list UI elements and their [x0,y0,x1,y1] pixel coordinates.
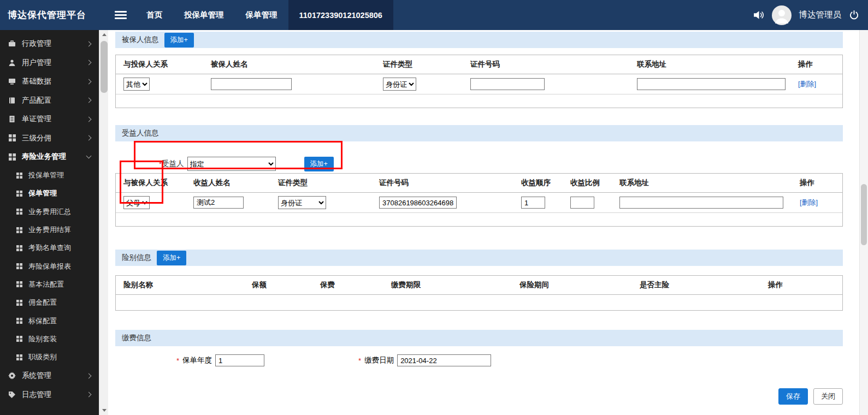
chevron-right-icon [86,135,92,141]
sidebar-item-admin[interactable]: 行政管理 [0,34,99,54]
beneficiary-type-select[interactable]: 指定 [187,157,276,171]
main-scrollbar[interactable] [859,30,868,415]
sidebar-subitem-expense-settlement[interactable]: 业务费用结算 [0,221,99,239]
sidebar-subitem-basic-law-config[interactable]: 基本法配置 [0,275,99,293]
beneficiary-idtype-select[interactable]: 身份证 [278,196,326,209]
beneficiary-address-input[interactable] [619,197,783,209]
save-button[interactable]: 保存 [778,388,808,405]
sidebar-item-life-insurance-mgmt[interactable]: 寿险业务管理 [0,147,99,167]
power-icon[interactable] [849,10,859,20]
column-header: 保费 [312,276,383,294]
column-header: 保险期间 [512,276,632,294]
grid-icon [14,263,24,269]
beneficiary-order-input[interactable] [521,197,545,209]
insured-delete-link[interactable]: [删除] [798,80,816,88]
sidebar-subitem-standard-premium-config[interactable]: 标保配置 [0,312,99,330]
sidebar-item-label: 行政管理 [22,39,87,49]
scroll-down-icon[interactable] [99,406,109,415]
sidebar-item-base-data[interactable]: 基础数据 [0,72,99,91]
column-header: 是否主险 [632,276,760,294]
chevron-right-icon [86,98,92,103]
main-scrollbar-thumb[interactable] [861,184,867,245]
monitor-icon [7,78,17,85]
sidebar-subitem-policy-report[interactable]: 寿险保单报表 [0,257,99,275]
column-header: 联系地址 [612,174,792,192]
payment-section-title: 缴费信息 [122,333,151,343]
insured-relation-select[interactable]: 其他 [123,78,150,91]
grid-icon [14,300,24,306]
grid-icon [14,209,24,215]
sidebar-subitem-application-mgmt[interactable]: 投保单管理 [0,167,99,185]
app-title: 博达保代管理平台 [0,9,107,21]
sidebar-subitem-label: 基本法配置 [28,280,64,289]
sidebar-subitem-policy-mgmt[interactable]: 保单管理 [0,185,99,203]
insured-idnumber-input[interactable] [470,78,545,90]
column-header: 证件类型 [375,55,463,74]
sidebar-scrollbar[interactable] [99,30,108,415]
insured-add-button[interactable]: 添加+ [164,33,194,48]
beneficiary-name-input[interactable] [193,197,244,209]
user-icon [7,59,17,67]
insured-address-input[interactable] [637,78,786,90]
chevron-right-icon [86,41,92,46]
tab-policy-mgmt[interactable]: 保单管理 [235,0,288,30]
column-header: 保额 [244,276,312,294]
sidebar-item-users[interactable]: 用户管理 [0,54,99,73]
sidebar-scrollbar-thumb[interactable] [101,41,108,93]
empty-row [116,295,842,310]
chevron-right-icon [86,373,92,378]
sidebar-subitem-attendance-query[interactable]: 考勤名单查询 [0,239,99,257]
sidebar-item-document-mgmt[interactable]: 单证管理 [0,110,99,129]
speaker-icon[interactable] [753,10,764,20]
column-header: 险别名称 [116,276,244,294]
grid-icon [14,245,24,251]
policy-year-input[interactable] [215,354,264,366]
sidebar-subitem-label: 职级类别 [28,352,57,362]
column-header: 与投保人关系 [116,55,203,74]
payment-date-input[interactable] [397,354,491,366]
sidebar-item-label: 系统管理 [22,371,87,381]
beneficiary-ratio-input[interactable] [570,197,594,209]
risk-add-button[interactable]: 添加+ [157,251,186,265]
risk-section-title: 险别信息 [122,253,151,263]
column-header: 收益比例 [563,174,612,192]
sidebar-item-system-mgmt[interactable]: 系统管理 [0,366,99,386]
scroll-up-icon[interactable] [99,30,109,39]
insured-name-input[interactable] [211,78,292,90]
grid-icon [7,134,17,141]
sidebar-item-log-mgmt[interactable]: 日志管理 [0,385,99,404]
tab-policy-number[interactable]: 1101723390121025806 [288,0,393,30]
username: 博达管理员 [799,9,842,21]
sidebar-item-product-config[interactable]: 产品配置 [0,91,99,110]
grid-icon [14,336,24,342]
book-icon [7,97,17,104]
gear-icon [7,372,17,380]
sidebar-item-commission-3level[interactable]: 三级分佣 [0,129,99,148]
grid-icon [7,153,17,161]
column-header: 与被保人关系 [116,174,186,192]
beneficiary-delete-link[interactable]: [删除] [800,198,818,206]
beneficiary-controls: *受益人 指定 添加+ [115,156,843,171]
tab-home[interactable]: 首页 [135,0,173,30]
form-actions: 保存 关闭 [115,388,843,405]
risk-table: 险别名称 保额 保费 缴费期限 保险期间 是否主险 操作 [115,275,843,311]
close-button[interactable]: 关闭 [813,388,843,405]
hamburger-icon[interactable] [115,9,127,21]
sidebar-subitem-expense-summary[interactable]: 业务费用汇总 [0,203,99,221]
beneficiary-table: 与被保人关系 收益人姓名 证件类型 证件号码 收益顺序 收益比例 联系地址 操作… [115,173,843,227]
chevron-right-icon [86,392,92,398]
topbar-right: 博达管理员 [753,5,868,25]
main-panel: 被保人信息 添加+ 与投保人关系 被保人姓名 证件类型 证件号码 联系地址 操作… [108,30,868,415]
beneficiary-add-button[interactable]: 添加+ [304,157,334,171]
tab-application-mgmt[interactable]: 投保单管理 [173,0,235,30]
sidebar-subitem-risk-package[interactable]: 险别套装 [0,330,99,348]
sidebar-subitem-commission-config[interactable]: 佣金配置 [0,294,99,312]
payment-fields: *保单年度 *缴费日期 [115,354,843,366]
column-header: 操作 [792,174,842,192]
insured-section-header: 被保人信息 添加+ [115,32,843,48]
insured-idtype-select[interactable]: 身份证 [383,78,416,91]
beneficiary-idnumber-input[interactable] [379,197,457,209]
avatar[interactable] [772,5,792,25]
beneficiary-relation-select[interactable]: 父母 [123,196,150,209]
sidebar-subitem-rank-category[interactable]: 职级类别 [0,348,99,366]
